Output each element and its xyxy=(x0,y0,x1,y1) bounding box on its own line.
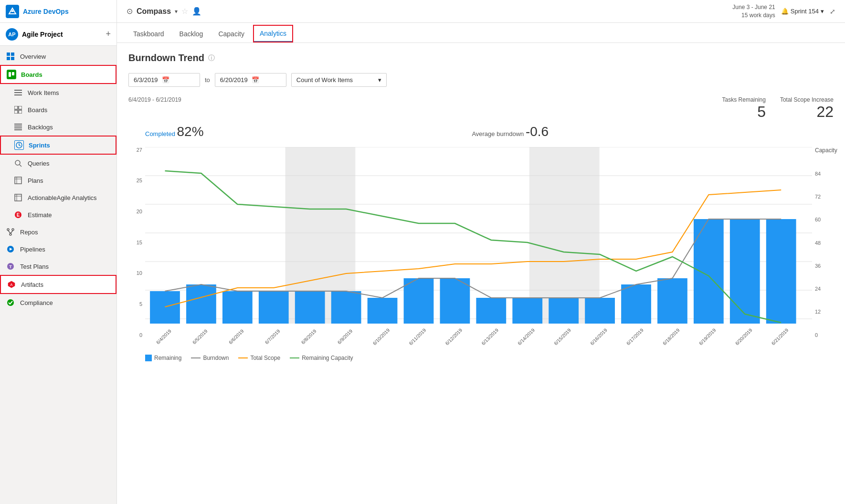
svg-rect-17 xyxy=(14,126,22,126)
testplans-icon: T xyxy=(6,262,15,271)
info-icon[interactable]: ⓘ xyxy=(208,54,215,63)
work-items-icon xyxy=(13,88,23,97)
overview-icon xyxy=(6,52,15,61)
remaining-color xyxy=(145,355,152,361)
svg-rect-55 xyxy=(259,291,289,324)
chart-area: 27 25 20 15 10 5 0 xyxy=(128,147,834,349)
sidebar-item-work-items[interactable]: Work Items xyxy=(0,84,116,101)
total-scope-color xyxy=(238,357,248,358)
sidebar-item-testplans[interactable]: T Test Plans xyxy=(0,258,116,275)
y-axis-right: Capacity 84 72 60 48 36 24 12 0 xyxy=(812,147,834,338)
legend-burndown: Burndown xyxy=(191,355,229,361)
avg-burndown-stat: Average burndown -0.6 xyxy=(472,124,549,139)
svg-point-33 xyxy=(10,233,11,235)
y-axis-left: 27 25 20 15 10 5 0 xyxy=(128,147,145,338)
svg-rect-61 xyxy=(476,298,506,324)
svg-rect-56 xyxy=(295,291,325,324)
svg-text:6/11/2019: 6/11/2019 xyxy=(408,327,427,346)
svg-text:T: T xyxy=(9,264,12,269)
sidebar-item-plans[interactable]: Plans xyxy=(0,172,116,189)
svg-rect-67 xyxy=(694,219,724,324)
backlogs-icon xyxy=(13,122,23,132)
svg-rect-8 xyxy=(12,72,14,75)
tasks-remaining-value: 5 xyxy=(722,104,766,119)
svg-rect-6 xyxy=(7,70,16,79)
sidebar-item-estimate[interactable]: E Estimate xyxy=(0,206,116,223)
remaining-capacity-color xyxy=(290,357,299,358)
total-scope-value: 22 xyxy=(780,104,834,119)
tab-capacity[interactable]: Capacity xyxy=(211,25,251,42)
project-name: Agile Project xyxy=(22,31,106,38)
svg-point-21 xyxy=(15,160,20,165)
svg-text:6/19/2019: 6/19/2019 xyxy=(698,327,717,346)
favorite-icon[interactable]: ☆ xyxy=(181,7,188,16)
plans-icon xyxy=(13,176,23,185)
add-button[interactable]: + xyxy=(106,29,111,39)
sidebar-item-overview[interactable]: Overview xyxy=(0,48,116,65)
sprint-dropdown[interactable]: ▾ xyxy=(821,8,824,15)
legend-total-scope: Total Scope xyxy=(238,355,280,361)
svg-text:6/16/2019: 6/16/2019 xyxy=(589,327,608,346)
sidebar-item-backlogs[interactable]: Backlogs xyxy=(0,118,116,136)
sidebar-item-boards[interactable]: Boards xyxy=(0,101,116,118)
tab-analytics[interactable]: Analytics xyxy=(253,25,293,42)
project-avatar: AP xyxy=(6,28,18,41)
metric-value: Count of Work Items xyxy=(296,76,353,84)
chart-period: 6/4/2019 - 6/21/2019 xyxy=(128,96,181,103)
sidebar-item-pipelines[interactable]: Pipelines xyxy=(0,241,116,258)
svg-line-34 xyxy=(8,231,11,233)
sidebar-item-repos[interactable]: Repos xyxy=(0,223,116,241)
svg-rect-5 xyxy=(11,57,14,60)
project-header: AP Agile Project + xyxy=(0,23,116,46)
end-date-value: 6/20/2019 xyxy=(220,76,248,84)
svg-rect-19 xyxy=(14,129,22,130)
svg-rect-13 xyxy=(19,106,22,109)
sidebar: Azure DevOps AP Agile Project + Overview… xyxy=(0,0,117,504)
sidebar-item-artifacts[interactable]: A Artifacts xyxy=(0,275,116,294)
svg-text:6/8/2019: 6/8/2019 xyxy=(300,328,317,345)
compass-title: Compass xyxy=(137,7,171,16)
burndown-label: Burndown xyxy=(203,355,229,361)
svg-text:6/17/2019: 6/17/2019 xyxy=(625,327,644,346)
tab-taskboard[interactable]: Taskboard xyxy=(127,25,171,42)
svg-point-31 xyxy=(7,229,9,231)
expand-icon[interactable]: ⤢ xyxy=(830,8,835,15)
sidebar-item-actionable[interactable]: ActionableAgile Analytics xyxy=(0,189,116,206)
start-date-input[interactable]: 6/3/2019 📅 xyxy=(128,73,200,87)
svg-text:6/4/2019: 6/4/2019 xyxy=(155,328,172,345)
sidebar-item-boards-section[interactable]: Boards xyxy=(0,65,116,84)
tab-backlog[interactable]: Backlog xyxy=(173,25,210,42)
svg-rect-63 xyxy=(549,298,579,324)
svg-rect-4 xyxy=(7,57,10,60)
person-icon[interactable]: 👤 xyxy=(192,7,201,16)
remaining-capacity-label: Remaining Capacity xyxy=(302,355,353,361)
svg-rect-15 xyxy=(19,110,22,114)
svg-rect-12 xyxy=(14,106,18,109)
start-date-calendar-icon[interactable]: 📅 xyxy=(162,76,169,84)
end-date-input[interactable]: 6/20/2019 📅 xyxy=(215,73,286,87)
completed-value: 82% xyxy=(177,124,204,139)
compass-dropdown[interactable]: ▾ xyxy=(175,8,178,15)
svg-text:6/6/2019: 6/6/2019 xyxy=(228,328,245,345)
to-label: to xyxy=(205,76,210,84)
metric-dropdown[interactable]: Count of Work Items ▾ xyxy=(291,73,387,87)
sprint-selector[interactable]: 🔔 Sprint 154 ▾ xyxy=(781,8,824,15)
app-header: Azure DevOps xyxy=(0,0,116,23)
work-days-text: 15 work days xyxy=(732,11,775,20)
svg-rect-3 xyxy=(11,52,14,56)
queries-icon xyxy=(13,158,23,168)
sidebar-item-sprints[interactable]: Sprints xyxy=(0,136,116,155)
sidebar-item-compliance[interactable]: Compliance xyxy=(0,294,116,311)
svg-text:6/10/2019: 6/10/2019 xyxy=(372,327,391,346)
sprints-icon xyxy=(14,140,24,150)
svg-rect-18 xyxy=(14,127,22,128)
sidebar-item-queries[interactable]: Queries xyxy=(0,155,116,172)
remaining-label: Remaining xyxy=(154,355,181,361)
svg-text:6/9/2019: 6/9/2019 xyxy=(337,328,354,345)
date-range: June 3 - June 21 15 work days xyxy=(732,3,775,20)
tab-bar: Taskboard Backlog Capacity Analytics xyxy=(117,23,845,43)
svg-rect-69 xyxy=(766,219,796,324)
svg-rect-57 xyxy=(331,291,361,324)
date-range-text: June 3 - June 21 xyxy=(732,3,775,11)
end-date-calendar-icon[interactable]: 📅 xyxy=(252,76,259,84)
